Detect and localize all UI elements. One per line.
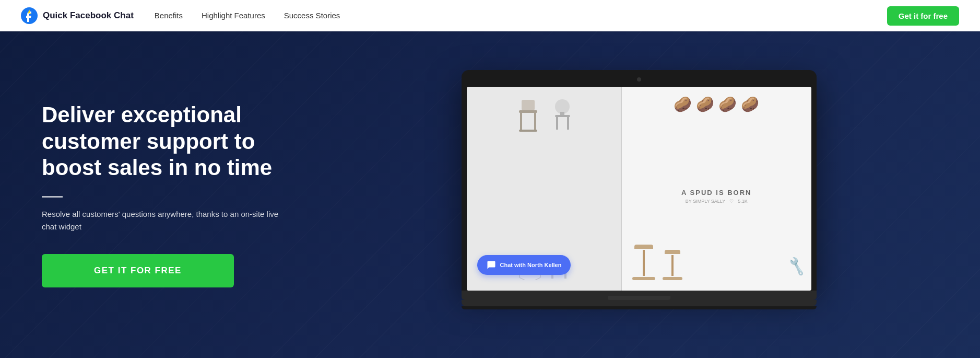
hero-content: Deliver exceptional customer support to …	[42, 102, 329, 287]
char-3: 🥔	[718, 97, 737, 112]
char-1: 🥔	[674, 97, 692, 112]
stool-1	[632, 245, 655, 280]
hero-subtitle: Resolve all customers' questions anywher…	[42, 208, 292, 233]
stool-top-1	[634, 245, 653, 249]
chair-icon-2	[551, 97, 574, 131]
navbar: Quick Facebook Chat Benefits Highlight F…	[0, 0, 980, 31]
screen-chairs-top	[477, 97, 611, 134]
svg-rect-9	[556, 117, 558, 130]
stool-feet-1	[632, 277, 655, 280]
screen-right-panel: 🥔 🥔 🥔 🥔 A SPUD IS BORN BY SIMPLY SALLY ♡	[622, 87, 811, 291]
hero-visual: 🥔 🥔 🥔 🥔 A SPUD IS BORN BY SIMPLY SALLY ♡	[329, 80, 949, 309]
svg-rect-10	[567, 117, 569, 130]
logo-icon	[21, 7, 38, 24]
laptop-camera-bar	[467, 75, 811, 84]
svg-rect-5	[519, 130, 537, 132]
product-author: BY SIMPLY SALLY	[686, 199, 725, 204]
laptop-screen: 🥔 🥔 🥔 🥔 A SPUD IS BORN BY SIMPLY SALLY ♡	[467, 87, 811, 291]
chair-icon-1	[514, 97, 542, 134]
hero-divider	[42, 196, 63, 198]
nav-cta-button[interactable]: Get it for free	[887, 6, 959, 26]
nav-item-features[interactable]: Highlight Features	[202, 11, 265, 20]
stool-leg-1	[643, 250, 645, 276]
stool-leg-2	[671, 255, 674, 276]
stool-top-2	[665, 250, 680, 254]
product-title: A SPUD IS BORN	[632, 189, 800, 197]
char-2: 🥔	[696, 97, 714, 112]
screen-bottom-items	[632, 245, 800, 280]
svg-rect-7	[560, 112, 564, 115]
chat-bubble-text: Chat with North Kellen	[500, 262, 562, 268]
product-likes: 5.1K	[738, 199, 748, 204]
nav-links: Benefits Highlight Features Success Stor…	[155, 11, 887, 20]
nav-logo[interactable]: Quick Facebook Chat	[21, 7, 134, 24]
hero-title: Deliver exceptional customer support to …	[42, 102, 313, 181]
svg-point-6	[555, 99, 570, 114]
hero-section: Deliver exceptional customer support to …	[0, 31, 980, 358]
svg-rect-4	[534, 113, 536, 131]
nav-item-benefits[interactable]: Benefits	[155, 11, 183, 20]
chat-bubble: Chat with North Kellen	[477, 255, 571, 275]
laptop-screen-outer: 🥔 🥔 🥔 🥔 A SPUD IS BORN BY SIMPLY SALLY ♡	[462, 70, 817, 291]
nav-item-stories[interactable]: Success Stories	[284, 11, 340, 20]
product-meta: BY SIMPLY SALLY ♡ 5.1K	[632, 199, 800, 204]
svg-rect-2	[519, 110, 537, 113]
laptop-base	[462, 291, 817, 300]
product-title-area: A SPUD IS BORN BY SIMPLY SALLY ♡ 5.1K	[632, 157, 800, 204]
svg-rect-3	[520, 113, 522, 131]
logo-text: Quick Facebook Chat	[43, 10, 134, 21]
hero-cta-button[interactable]: GET IT FOR FREE	[42, 254, 234, 287]
laptop-camera	[637, 77, 641, 82]
product-characters: 🥔 🥔 🥔 🥔	[632, 97, 800, 112]
svg-rect-8	[555, 115, 570, 117]
svg-rect-1	[522, 100, 535, 110]
laptop-foot	[462, 306, 817, 309]
char-4: 🥔	[741, 97, 759, 112]
stool-2	[663, 250, 682, 280]
product-heart: ♡	[729, 199, 734, 204]
chat-bubble-icon	[487, 260, 496, 270]
stool-feet-2	[663, 277, 682, 280]
laptop-mockup: 🥔 🥔 🥔 🥔 A SPUD IS BORN BY SIMPLY SALLY ♡	[462, 70, 817, 309]
laptop-stand	[462, 300, 817, 306]
